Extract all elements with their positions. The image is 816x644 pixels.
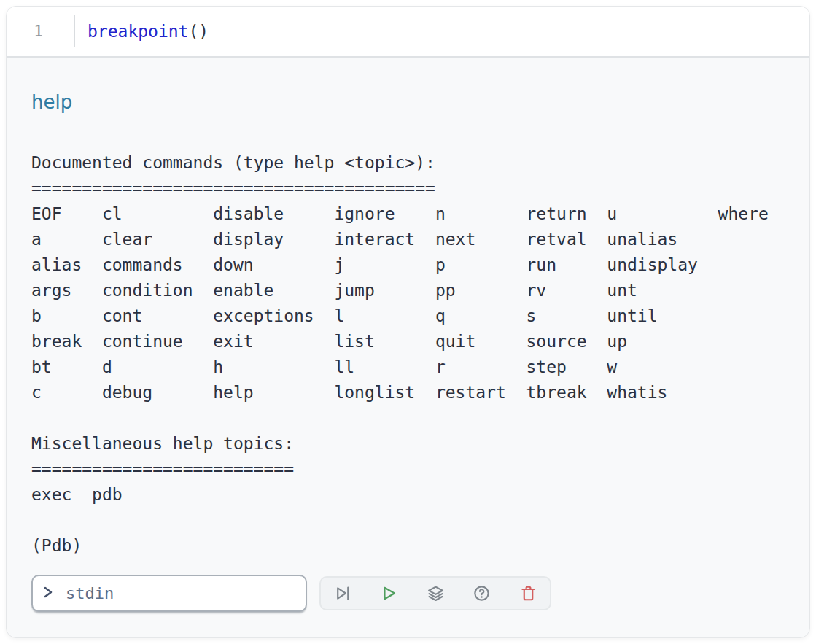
help-button[interactable] — [472, 583, 492, 604]
code-punctuation: () — [188, 22, 209, 41]
console-input-row — [31, 575, 785, 612]
stdin-input[interactable] — [64, 583, 295, 603]
console-output: help Documented commands (type help <top… — [7, 58, 809, 612]
chevron-right-icon — [43, 586, 55, 602]
line-number[interactable]: 1 — [7, 23, 74, 40]
trash-icon — [519, 584, 537, 602]
stack-layers-icon — [427, 584, 445, 602]
step-next-button[interactable] — [333, 583, 353, 604]
stack-button[interactable] — [425, 583, 446, 604]
play-icon — [380, 584, 398, 602]
pdb-prompt: (Pdb) — [31, 533, 785, 559]
run-button[interactable] — [379, 583, 400, 604]
question-circle-icon — [473, 584, 491, 602]
debugger-panel: 1 breakpoint() help Documented commands … — [6, 6, 810, 638]
misc-help-topics-output: Miscellaneous help topics: =============… — [31, 431, 785, 508]
code-content[interactable]: breakpoint() — [75, 22, 209, 41]
echoed-command: help — [31, 90, 785, 115]
debug-toolbar — [319, 576, 551, 610]
skip-forward-icon — [334, 584, 352, 602]
stdin-box[interactable] — [31, 575, 307, 612]
code-keyword: breakpoint — [88, 22, 188, 41]
documented-commands-output: Documented commands (type help <topic>):… — [31, 150, 785, 406]
code-editor-line: 1 breakpoint() — [7, 7, 809, 58]
clear-button[interactable] — [518, 583, 538, 604]
